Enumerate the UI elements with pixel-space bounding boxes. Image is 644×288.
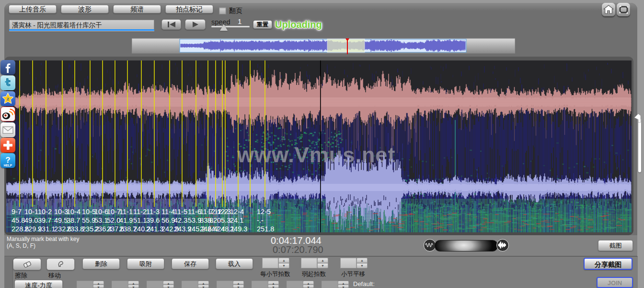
svg-text:53.9: 53.9: [188, 216, 201, 224]
svg-text:51.1: 51.1: [133, 216, 147, 224]
svg-text:11-2: 11-2: [133, 208, 147, 216]
svg-text:HELP: HELP: [4, 164, 12, 167]
svg-text:49.5: 49.5: [54, 216, 68, 224]
svg-text:10-3: 10-3: [54, 208, 68, 216]
svg-text:11-4: 11-4: [161, 208, 175, 216]
svg-text:251.8: 251.8: [257, 225, 274, 232]
svg-text:39.7: 39.7: [38, 216, 51, 224]
svg-text:11-6: 11-6: [188, 208, 201, 216]
svg-text:38.7: 38.7: [67, 216, 80, 224]
svg-text:10-4: 10-4: [67, 208, 80, 216]
svg-text:11-1: 11-1: [119, 208, 133, 216]
svg-text:8.2: 8.2: [207, 216, 217, 224]
svg-text:11-3: 11-3: [146, 208, 160, 216]
svg-text:231.1: 231.1: [38, 225, 55, 232]
svg-text:11-5: 11-5: [174, 208, 187, 216]
svg-text:9-7: 9-7: [12, 208, 22, 216]
svg-text:53.1: 53.1: [94, 216, 108, 224]
svg-text:10-7: 10-7: [107, 208, 121, 216]
svg-text:10-2: 10-2: [38, 208, 52, 216]
svg-text:41.9: 41.9: [119, 216, 133, 224]
svg-text:-.-: -.-: [257, 216, 264, 224]
svg-text:z: z: [7, 96, 9, 101]
svg-text:45.8: 45.8: [12, 216, 25, 224]
svg-text:56.9: 56.9: [161, 216, 175, 224]
svg-text:42.3: 42.3: [174, 216, 187, 224]
svg-text:52.0: 52.0: [107, 216, 120, 224]
svg-text:49.0: 49.0: [24, 216, 38, 224]
svg-text:24.1: 24.1: [230, 216, 243, 224]
svg-text:12-5: 12-5: [257, 208, 271, 216]
svg-text:05.3: 05.3: [217, 216, 230, 224]
svg-text:12-3: 12-3: [217, 208, 231, 216]
svg-text:249.3: 249.3: [230, 225, 247, 232]
svg-text:39.6: 39.6: [146, 216, 160, 224]
svg-text:241.3: 241.3: [146, 225, 163, 232]
svg-text:10-1: 10-1: [24, 208, 38, 216]
svg-text:55.9: 55.9: [82, 216, 95, 224]
svg-text:233.8: 233.8: [67, 225, 84, 232]
svg-text:12-4: 12-4: [230, 208, 244, 216]
svg-text:10-6: 10-6: [94, 208, 108, 216]
svg-text:10-5: 10-5: [82, 208, 96, 216]
